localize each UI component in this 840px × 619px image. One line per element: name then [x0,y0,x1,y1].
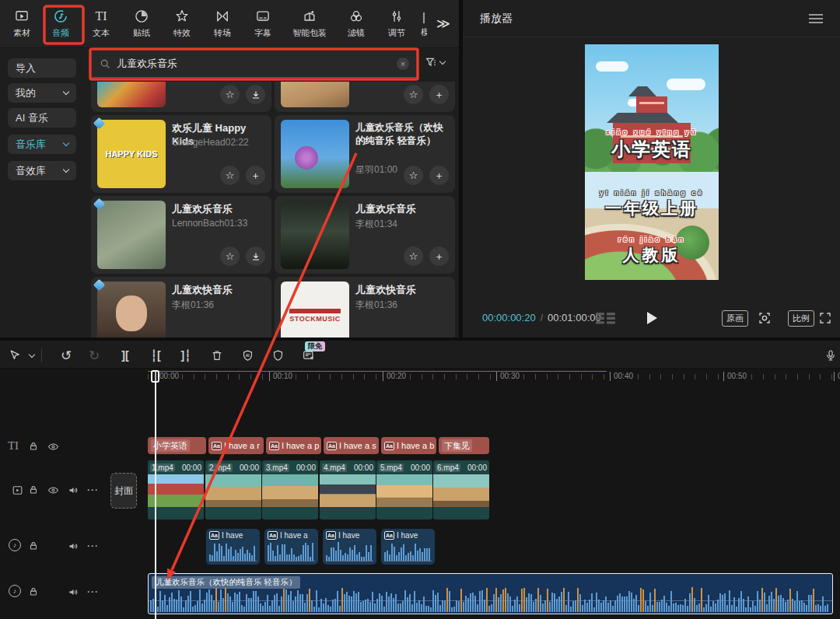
more-options-icon[interactable]: ⋯ [86,585,100,599]
tts-audio-clip[interactable]: AaI have a [264,529,318,565]
ai-protect-button[interactable]: AI [237,345,257,365]
redo-button[interactable]: ↻ [84,345,104,365]
video-thumbnail [376,474,432,507]
favorite-star-button[interactable]: ☆ [220,85,240,104]
video-clip[interactable]: 5.mp400:00 [376,460,432,519]
tab-partial[interactable]: | 模 [417,2,431,46]
favorite-star-button[interactable]: ☆ [404,85,423,104]
add-to-track-button[interactable]: ＋ [429,247,449,266]
tab-filters[interactable]: 滤镜 [336,2,376,46]
split-button[interactable]: ][ [115,345,135,365]
text-clip[interactable]: 下集见 [439,437,489,454]
fullscreen-icon[interactable] [818,311,832,325]
partial-icon: | [422,10,425,23]
favorite-star-button[interactable]: ☆ [220,166,240,185]
video-clip[interactable]: 3.mp400:00 [262,460,318,519]
music-card[interactable]: ☆ [91,82,271,112]
focus-preview-icon[interactable] [758,311,772,325]
download-button[interactable] [246,247,265,266]
player-menu-icon[interactable] [809,12,823,26]
filters-icon [348,9,364,24]
music-audio-clip-selected[interactable]: 儿童欢乐音乐（欢快的纯音乐 轻音乐） [148,573,833,614]
search-input[interactable]: 儿童欢乐音乐 × [92,51,417,78]
tab-transitions[interactable]: 转场 [202,2,243,46]
lock-icon[interactable] [26,483,40,497]
music-author-duration: 星羽01:00 [355,163,397,177]
text-clip[interactable]: 小学英语 [148,437,206,454]
tab-smart-package[interactable]: 智能包装 [283,2,336,46]
tab-audio[interactable]: 音频 [40,2,81,46]
ratio-button[interactable]: 比例 [788,310,814,327]
add-to-track-button[interactable]: ＋ [246,166,265,185]
play-button[interactable] [646,311,658,325]
music-card[interactable]: 儿童欢乐音乐 LennonBach01:33 ☆ [91,196,271,274]
microphone-icon[interactable] [821,345,840,365]
tab-adjust[interactable]: 调节 [376,2,417,46]
video-clip[interactable]: 2.mp400:00 [205,460,261,519]
transitions-icon [215,9,230,24]
more-options-icon[interactable]: ⋯ [86,483,100,497]
sidebar-item-import[interactable]: 导入 [8,58,76,78]
lock-icon[interactable] [26,439,40,453]
music-card[interactable]: STOCKMUSIC 儿童欢快音乐 李根01:36 [275,277,455,337]
tts-audio-clip[interactable]: AaI have [381,529,435,565]
sidebar-item-music-library[interactable]: 音乐库 [8,135,76,154]
chevron-down-icon [63,140,69,146]
filter-button[interactable] [425,56,445,68]
music-card[interactable]: HAPPY KIDS 欢乐儿童 Happy Kids OrangeHead02:… [91,115,271,193]
video-preview: xiǎo xué yīng yǔ 小学英语 yī nián jí shàng c… [585,44,719,280]
video-clip[interactable]: 6.mp400:00 [433,460,489,519]
favorite-star-button[interactable]: ☆ [404,166,423,185]
delete-button[interactable] [207,345,227,365]
clear-search-button[interactable]: × [397,58,409,70]
playhead-handle[interactable] [151,370,159,383]
lock-icon[interactable] [26,539,40,553]
music-card[interactable]: 儿童欢乐音乐（欢快的纯音乐 轻音乐） 星羽01:00 ☆＋ [275,115,455,193]
tab-stickers[interactable]: 贴纸 [121,2,162,46]
track-visibility-grid-icon[interactable] [596,313,616,324]
text-badge-icon: Aa [209,531,219,540]
video-thumbnail [205,474,261,507]
sidebar-item-mine[interactable]: 我的 [8,83,76,103]
favorite-star-button[interactable]: ☆ [220,247,240,266]
original-quality-button[interactable]: 原画 [722,310,748,327]
speaker-icon[interactable] [66,483,80,497]
text-clip[interactable]: AaI have a s [324,437,379,454]
sidebar-item-ai-music[interactable]: AI 音乐 [8,108,76,128]
expand-panel-button[interactable]: ≫ [431,16,454,32]
split-keep-left-button[interactable]: ┆[ [145,345,166,365]
text-clip[interactable]: AaI have a p [266,437,321,454]
tab-media[interactable]: 素材 [3,2,40,46]
cover-button[interactable]: 封面 [110,473,137,509]
video-clip[interactable]: 4.mp400:00 [320,460,376,519]
split-keep-right-button[interactable]: ]┆ [176,345,196,365]
protect-button[interactable] [268,345,288,365]
favorite-star-button[interactable]: ☆ [404,247,423,266]
tts-audio-clip[interactable]: AaI have [206,529,260,565]
music-card[interactable]: 儿童欢乐音乐 李根01:34 ☆＋ [275,196,455,274]
text-clip[interactable]: AaI have a b [381,437,436,454]
speaker-icon[interactable] [66,539,80,553]
speaker-icon[interactable] [66,585,80,599]
select-tool-chevron[interactable] [22,345,42,365]
tts-audio-clip[interactable]: AaI have [323,529,376,565]
tab-effects[interactable]: 特效 [162,2,202,46]
text-clip[interactable]: AaI have a r [208,437,264,454]
title-line2: 一年级上册 [585,198,719,219]
sidebar-item-sound-effects[interactable]: 音效库 [8,161,76,180]
playhead-line[interactable] [155,371,156,619]
eye-icon[interactable] [46,483,60,497]
eye-icon[interactable] [46,439,60,453]
funnel-icon [425,56,437,68]
add-to-track-button[interactable]: ＋ [429,85,449,104]
tab-captions[interactable]: 字幕 [243,2,283,46]
undo-button[interactable]: ↺ [56,345,76,365]
more-options-icon[interactable]: ⋯ [86,539,100,553]
audio-track-icon: ♪ [9,539,21,551]
tab-text[interactable]: TI 文本 [81,2,121,46]
music-card[interactable]: ☆＋ [275,82,455,112]
music-card[interactable]: 儿童欢快音乐 李根01:36 [91,277,271,337]
add-to-track-button[interactable]: ＋ [429,166,449,185]
download-button[interactable] [246,85,265,104]
lock-icon[interactable] [26,585,40,599]
